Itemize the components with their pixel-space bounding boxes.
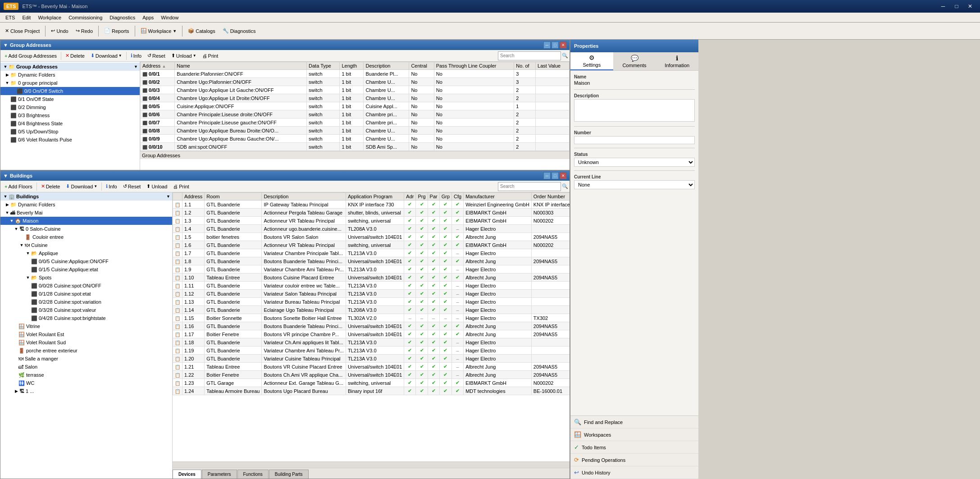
ga-col-passthru[interactable]: Pass Through Line Coupler: [434, 62, 514, 70]
device-table-row[interactable]: 📋 1.23 GTL Garage Actionneur Ext. Garage…: [173, 379, 570, 387]
ga-tree-dimming[interactable]: ⬛ 0/2 Dimming: [0, 103, 140, 111]
ga-table-row[interactable]: ⬛ 0/0/8 Chambre Ugo:Applique Bureau Droi…: [141, 127, 570, 135]
props-tab-settings[interactable]: ⚙ Settings: [570, 52, 613, 70]
reports-button[interactable]: 📄 Reports: [101, 24, 132, 38]
bld-tree-ga-0128[interactable]: ⬛ 0/1/28 Cuisine:spot:etat: [0, 290, 172, 298]
device-table-row[interactable]: 📋 1.4 GTL Buanderie Actionneur ugo.buand…: [173, 225, 570, 233]
todo-items-item[interactable]: ✓ Todo Items: [570, 441, 698, 454]
buildings-add-button[interactable]: + Add Floors: [2, 182, 35, 192]
ga-info-button[interactable]: ℹ Info: [128, 51, 144, 61]
devices-hscroll[interactable]: [173, 461, 570, 468]
ga-col-address[interactable]: Address ▲: [141, 62, 175, 70]
ga-table-row[interactable]: ⬛ 0/0/4 Chambre Ugo:Applique Lit Droite:…: [141, 94, 570, 102]
ga-col-name[interactable]: Name: [175, 62, 307, 70]
device-table-row[interactable]: 📋 1.1 GTL Buanderie IP Gateway Tableau P…: [173, 201, 570, 209]
device-table-row[interactable]: 📋 1.13 GTL Buanderie Variateur Bureau Ta…: [173, 298, 570, 306]
ga-search-input[interactable]: [498, 51, 561, 60]
ga-col-desc[interactable]: Description: [364, 62, 409, 70]
device-table-row[interactable]: 📋 1.20 GTL Buanderie Variateur Cuisine T…: [173, 355, 570, 363]
undo-history-item[interactable]: ↩ Undo History: [570, 466, 698, 479]
ga-tree-dynamic-folders[interactable]: ▶ 📁 Dynamic Folders: [0, 71, 140, 79]
buildings-close-button[interactable]: ✕: [560, 172, 567, 179]
ga-tree-groupe-principal[interactable]: ▼ 📁 0 groupe principal: [0, 79, 140, 87]
dev-col-prg[interactable]: Prg: [416, 193, 428, 201]
bld-tree-ga-015[interactable]: ⬛ 0/1/5 Cuisine:Applique:etat: [0, 265, 172, 274]
device-table-row[interactable]: 📋 1.19 GTL Buanderie Variateur Chambre A…: [173, 347, 570, 355]
ga-table-row[interactable]: ⬛ 0/0/3 Chambre Ugo:Applique Lit Gauche:…: [141, 86, 570, 94]
tab-functions[interactable]: Functions: [237, 470, 269, 479]
bld-tree-applique[interactable]: ▼ 📂 Applique: [0, 249, 172, 257]
ga-table-row[interactable]: ⬛ 0/0/6 Chambre Principale:Liseuse droit…: [141, 110, 570, 119]
props-tab-comments[interactable]: 💬 Comments: [613, 52, 656, 70]
dev-col-desc[interactable]: Description: [262, 193, 346, 201]
buildings-reset-button[interactable]: ↺ Reset: [120, 182, 144, 192]
dev-col-addr[interactable]: Address: [182, 193, 205, 201]
bld-tree-ga-0328[interactable]: ⬛ 0/3/28 Cuisine:spot:valeur: [0, 306, 172, 314]
buildings-search-icon[interactable]: 🔍: [562, 183, 568, 189]
ga-table-row[interactable]: ⬛ 0/0/9 Chambre Ugo:Applique Bureau Gauc…: [141, 135, 570, 143]
device-table-row[interactable]: 📋 1.11 GTL Buanderie Variateur couloir e…: [173, 282, 570, 290]
menu-window[interactable]: Window: [157, 13, 182, 23]
buildings-search-input[interactable]: [498, 182, 561, 191]
bld-tree-floor1[interactable]: ▶ 🏗 1 ...: [0, 387, 172, 395]
ga-tree-updown[interactable]: ⬛ 0/5 Up/Down/Stop: [0, 128, 140, 136]
workplace-button[interactable]: 🪟 Workplace ▼: [137, 24, 180, 38]
ga-col-length[interactable]: Length: [340, 62, 364, 70]
bld-tree-ga-0228[interactable]: ⬛ 0/2/28 Cuisine:spot:variation: [0, 298, 172, 306]
minimize-button[interactable]: ─: [937, 1, 949, 11]
buildings-maximize-button[interactable]: □: [552, 172, 559, 179]
device-table-row[interactable]: 📋 1.10 Tableau Entree Boutons Cuisine Pl…: [173, 274, 570, 282]
device-table-row[interactable]: 📋 1.18 GTL Buanderie Variateur Ch.Ami ap…: [173, 338, 570, 347]
device-table-row[interactable]: 📋 1.3 GTL Buanderie Actionneur VR Tablea…: [173, 217, 570, 225]
buildings-print-button[interactable]: 🖨 Print: [170, 182, 192, 192]
bld-tree-terrasse[interactable]: 🌿 terrasse: [0, 371, 172, 379]
ga-col-num[interactable]: No. of: [514, 62, 536, 70]
bld-tree-ga-0428[interactable]: ⬛ 0/4/28 Cuisine:spot:brightstate: [0, 314, 172, 322]
ga-tree-brightness-state[interactable]: ⬛ 0/4 Brightness State: [0, 119, 140, 128]
buildings-unload-button[interactable]: ⬆ Unload: [144, 182, 170, 192]
ga-close-button[interactable]: ✕: [560, 41, 567, 49]
prop-number-input[interactable]: [574, 136, 695, 144]
ga-table-row[interactable]: ⬛ 0/0/2 Chambre Ugo:Plafonnier:ON/OFF sw…: [141, 78, 570, 86]
menu-ets[interactable]: ETS: [2, 13, 18, 23]
device-table-row[interactable]: 📋 1.8 GTL Buanderie Boutons Buanderie Ta…: [173, 257, 570, 265]
menu-commissioning[interactable]: Commissioning: [65, 13, 106, 23]
buildings-info-button[interactable]: ℹ Info: [103, 182, 119, 192]
pending-ops-item[interactable]: ⟳ Pending Operations: [570, 454, 698, 466]
menu-edit[interactable]: Edit: [18, 13, 34, 23]
bld-tree-salon-cuisine[interactable]: ▼ 🏗 0 Salon-Cuisine: [0, 225, 172, 233]
device-table-row[interactable]: 📋 1.5 boitier fenetres Boutons VR Salon …: [173, 233, 570, 241]
device-table-row[interactable]: 📋 1.14 GTL Buanderie Eclairage Ugo Table…: [173, 306, 570, 314]
ga-minimize-button[interactable]: ─: [543, 41, 551, 49]
device-table-row[interactable]: 📋 1.15 Boitier Sonnette Boutons Sonette …: [173, 314, 570, 322]
device-table-row[interactable]: 📋 1.2 GTL Buanderie Actionneur Pergola T…: [173, 209, 570, 217]
ga-reset-button[interactable]: ↺ Reset: [145, 51, 168, 61]
redo-button[interactable]: ↪ Redo: [73, 24, 96, 38]
device-table-row[interactable]: 📋 1.21 Tableau Entree Boutons VR Cuisine…: [173, 363, 570, 371]
ga-delete-button[interactable]: ✕ Delete: [63, 51, 87, 61]
maximize-button[interactable]: □: [950, 1, 963, 11]
buildings-minimize-button[interactable]: ─: [543, 172, 551, 179]
ga-add-button[interactable]: + Add Group Addresses: [2, 51, 59, 61]
bld-tree-dynamic[interactable]: ▶ 📁 Dynamic Folders: [0, 201, 172, 209]
close-button[interactable]: ✕: [964, 1, 976, 11]
tab-building-parts[interactable]: Building Parts: [269, 470, 309, 479]
menu-apps[interactable]: Apps: [139, 13, 157, 23]
bld-tree-ga-005[interactable]: ⬛ 0/0/5 Cuisine:Applique:ON/OFF: [0, 257, 172, 265]
bld-tree-ga-0028[interactable]: ⬛ 0/0/28 Cuisine:spot:ON/OFF: [0, 282, 172, 290]
ga-search-icon[interactable]: 🔍: [562, 53, 568, 59]
ga-table-row[interactable]: ⬛ 0/0/7 Chambre Principale:Liseuse gauch…: [141, 119, 570, 127]
device-table-row[interactable]: 📋 1.22 Boitier Fenetre Boutons Ch.Ami VR…: [173, 371, 570, 379]
ga-col-lastval[interactable]: Last Value: [536, 62, 570, 70]
device-table-row[interactable]: 📋 1.9 GTL Buanderie Variateur Chambre Am…: [173, 265, 570, 274]
ga-col-datatype[interactable]: Data Type: [307, 62, 340, 70]
bld-tree-maison[interactable]: ▼ 🏠 Maison: [0, 217, 172, 225]
ga-table-row[interactable]: ⬛ 0/0/10 SDB ami:spot:ON/OFF switch 1 bi…: [141, 143, 570, 151]
bld-tree-vitrine[interactable]: 🪟 Vitrine: [0, 322, 172, 330]
menu-diagnostics[interactable]: Diagnostics: [106, 13, 139, 23]
dev-col-cfg[interactable]: Cfg: [452, 193, 464, 201]
ga-tree-on-off-state[interactable]: ⬛ 0/1 On/Off State: [0, 95, 140, 103]
dev-col-mfr[interactable]: Manufacturer: [464, 193, 532, 201]
bld-tree-porche[interactable]: 🚪 porche entree exterieur: [0, 347, 172, 355]
dev-col-adr[interactable]: Adr: [404, 193, 416, 201]
